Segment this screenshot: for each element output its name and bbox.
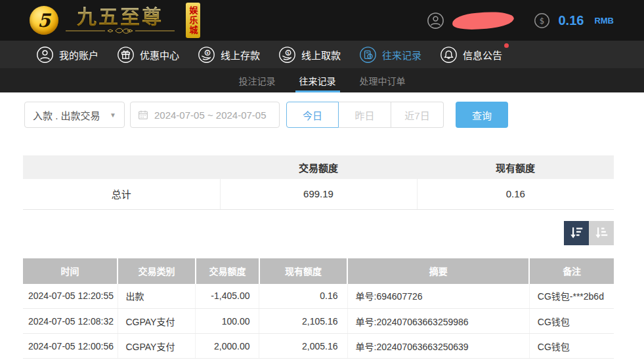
table-cell: CGPAY支付 <box>118 334 196 359</box>
table-cell: -1,405.00 <box>196 284 259 309</box>
calendar-icon <box>137 109 149 121</box>
yesterday-button[interactable]: 昨日 <box>339 102 391 128</box>
records-icon <box>359 46 377 64</box>
balance-amount: 0.16 <box>558 13 584 28</box>
tab-transaction-records[interactable]: 往来记录 <box>295 68 340 92</box>
col-header-summary: 摘要 <box>347 258 529 284</box>
logo-badge: 娱乐城 <box>186 3 200 38</box>
logo-monogram-icon: 5 <box>30 6 58 35</box>
table-cell: 出款 <box>118 284 196 309</box>
col-header-trade-amount: 交易额度 <box>196 258 259 284</box>
summary-trade-amount-value: 699.19 <box>220 179 417 209</box>
col-header-remark: 备注 <box>529 258 614 284</box>
quick-date-button-group: 今日 昨日 近7日 <box>286 102 444 128</box>
search-button[interactable]: 查询 <box>456 102 508 128</box>
svg-text:$: $ <box>287 50 290 54</box>
tab-betting-records[interactable]: 投注记录 <box>235 68 280 92</box>
username-redaction-blob <box>452 10 515 30</box>
user-avatar-icon[interactable] <box>427 12 444 30</box>
tab-pending-orders[interactable]: 处理中订单 <box>356 68 410 92</box>
table-cell: 2,005.16 <box>259 334 347 359</box>
balance-dollar-icon: $ <box>534 12 550 29</box>
balance-currency: RMB <box>594 16 614 26</box>
summary-header-trade-amount: 交易额度 <box>220 155 417 179</box>
sub-tab-bar: 投注记录 往来记录 处理中订单 <box>0 68 644 92</box>
summary-header-current-amount: 现有额度 <box>417 155 614 179</box>
table-row: 2024-07-05 12:20:55出款-1,405.000.16单号:694… <box>23 284 614 309</box>
date-range-input[interactable]: 2024-07-05 ~ 2024-07-05 <box>130 102 280 128</box>
user-area: $ 0.16 RMB <box>427 12 614 30</box>
nav-item-promotions[interactable]: 优惠中心 <box>117 46 179 64</box>
gift-icon <box>117 46 135 64</box>
table-cell: CGPAY支付 <box>118 309 196 334</box>
logo-title: 九五至尊 <box>77 7 163 28</box>
table-cell: 100.00 <box>196 309 259 334</box>
svg-text:$: $ <box>540 16 545 25</box>
today-button[interactable]: 今日 <box>286 102 339 128</box>
sort-descending-button[interactable] <box>564 221 589 245</box>
transaction-records-page: 5 九五至尊 娱乐城 <box>0 0 644 360</box>
col-header-type: 交易类别 <box>118 258 196 284</box>
table-cell: CG钱包 <box>529 309 614 334</box>
svg-text:¥: ¥ <box>206 50 209 54</box>
withdraw-icon: $ <box>278 46 296 64</box>
summary-table: 交易额度 现有额度 总计 699.19 0.16 <box>23 155 614 210</box>
user-icon <box>36 46 54 64</box>
transactions-table: 时间 交易类别 交易额度 现有额度 摘要 备注 2024-07-05 12:20… <box>23 258 614 359</box>
table-row: 2024-07-05 12:08:32CGPAY支付100.002,105.16… <box>23 309 614 334</box>
nav-item-records[interactable]: 往来记录 <box>359 46 421 64</box>
nav-item-announcements[interactable]: 信息公告 <box>440 46 502 64</box>
summary-current-amount-value: 0.16 <box>417 179 614 209</box>
table-row: 2024-07-05 12:00:56CGPAY支付2,000.002,005.… <box>23 334 614 359</box>
transaction-type-select[interactable]: 入款 . 出款交易 ▼ <box>24 102 125 128</box>
sort-ascending-icon <box>593 225 609 241</box>
nav-item-withdraw[interactable]: $ 线上取款 <box>278 46 341 64</box>
table-cell: CG钱包 <box>529 334 614 359</box>
main-navigation: 我的账户 优惠中心 ¥ 线上存款 <box>0 41 644 68</box>
chevron-down-icon: ▼ <box>110 111 116 119</box>
bell-icon <box>440 46 458 64</box>
transactions-table-body: 2024-07-05 12:20:55出款-1,405.000.16单号:694… <box>23 284 614 359</box>
filter-toolbar: 入款 . 出款交易 ▼ 2024-07-05 ~ 2024-07-05 今日 昨… <box>24 102 614 128</box>
table-cell: 单号:202407063663250639 <box>347 334 529 359</box>
table-cell: 单号:694607726 <box>347 284 529 309</box>
table-cell: 2024-07-05 12:08:32 <box>23 309 118 334</box>
table-cell: CG钱包-***2b6d <box>529 284 614 309</box>
summary-total-label: 总计 <box>23 179 220 209</box>
table-cell: 2,000.00 <box>196 334 259 359</box>
notification-dot <box>504 43 509 48</box>
site-logo[interactable]: 5 九五至尊 娱乐城 <box>30 3 200 38</box>
nav-item-deposit[interactable]: ¥ 线上存款 <box>198 46 260 64</box>
table-cell: 2024-07-05 12:20:55 <box>23 284 118 309</box>
sort-ascending-button[interactable] <box>589 221 614 245</box>
deposit-icon: ¥ <box>198 46 215 64</box>
top-header-bar: 5 九五至尊 娱乐城 <box>0 0 644 41</box>
last-7-days-button[interactable]: 近7日 <box>391 102 444 128</box>
table-cell: 2024-07-05 12:00:56 <box>23 334 118 359</box>
table-cell: 2,105.16 <box>259 309 347 334</box>
logo-flourish <box>64 28 176 34</box>
table-cell: 单号:202407063663259986 <box>347 309 529 334</box>
col-header-current-amount: 现有额度 <box>259 258 347 284</box>
table-cell: 0.16 <box>259 284 347 309</box>
summary-total-row: 总计 699.19 0.16 <box>23 179 614 209</box>
sort-descending-icon <box>569 225 584 241</box>
sort-controls <box>23 221 614 245</box>
summary-header-empty <box>23 155 220 179</box>
nav-item-my-account[interactable]: 我的账户 <box>36 46 98 64</box>
col-header-time: 时间 <box>23 258 118 284</box>
